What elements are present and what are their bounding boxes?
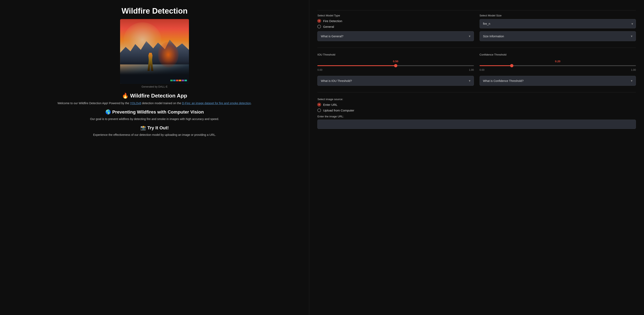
page-title: Wildfire Detection: [122, 7, 188, 16]
middle-divider: [317, 48, 636, 48]
chevron-down-icon-2: ▾: [631, 34, 632, 38]
left-panel: Wildfire Detection Generated by DALL-E 🔥…: [0, 0, 309, 315]
model-size-select[interactable]: fire_n fire_s fire_m fire_l fire_x: [480, 19, 636, 28]
iou-label: IOU Threshold: [317, 53, 474, 56]
what-is-general-dropdown[interactable]: What is General? ▾: [317, 31, 474, 41]
radio-upload-computer[interactable]: Upload from Computer: [317, 108, 636, 112]
app-description: Welcome to our Wildfire Detection App! P…: [58, 101, 252, 106]
radio-general-label: General: [323, 25, 334, 28]
model-row: Select Model Type Fire Detection General…: [317, 14, 636, 28]
what-is-confidence-dropdown[interactable]: What is Confidence Threshold? ▾: [480, 76, 636, 86]
color-bar: [170, 80, 187, 81]
what-is-iou-text: What is IOU Threshold?: [321, 79, 352, 83]
what-is-general-text: What is General?: [321, 35, 343, 38]
what-is-confidence-text: What is Confidence Threshold?: [483, 79, 524, 83]
iou-group: IOU Threshold 0.50 0.00 1.00: [317, 53, 474, 71]
iou-value: 0.50: [317, 60, 474, 63]
confidence-group: Confidence Threshold 0.20 0.00 1.00: [480, 53, 636, 71]
what-is-general-group: What is General? ▾: [317, 31, 474, 41]
model-size-group: Select Model Size fire_n fire_s fire_m f…: [480, 14, 636, 28]
radio-url-dot[interactable]: [317, 103, 321, 106]
url-input-section: Enter the image URL:: [317, 115, 636, 129]
size-info-group: Size Information ▾: [480, 31, 636, 41]
radio-fire-dot[interactable]: [317, 19, 321, 23]
confidence-max: 1.00: [631, 69, 636, 71]
threshold-row: IOU Threshold 0.50 0.00 1.00 Confidence …: [317, 52, 636, 73]
confidence-min: 0.00: [480, 69, 484, 71]
model-type-group: Select Model Type Fire Detection General: [317, 14, 474, 28]
image-source-label: Select image source:: [317, 98, 636, 101]
iou-slider[interactable]: [317, 65, 474, 66]
right-panel: Select Model Type Fire Detection General…: [309, 0, 644, 315]
what-is-iou-dropdown[interactable]: What is IOU Threshold? ▾: [317, 76, 474, 86]
image-source-section: Select image source: Enter URL Upload fr…: [317, 98, 636, 129]
confidence-label: Confidence Threshold: [480, 53, 636, 56]
model-size-select-wrapper: fire_n fire_s fire_m fire_l fire_x: [480, 19, 636, 28]
chevron-down-icon-3: ▾: [469, 79, 470, 83]
confidence-value: 0.20: [480, 60, 636, 63]
size-info-text: Size Information: [483, 35, 504, 38]
radio-enter-url[interactable]: Enter URL: [317, 103, 636, 106]
yolov8-link[interactable]: YOLOv8: [130, 102, 141, 105]
confidence-slider[interactable]: [480, 65, 636, 66]
model-type-label: Select Model Type: [317, 14, 474, 17]
radio-url-label: Enter URL: [323, 103, 338, 106]
what-is-confidence-group: What is Confidence Threshold? ▾: [480, 76, 636, 86]
threshold-info-row: What is IOU Threshold? ▾ What is Confide…: [317, 76, 636, 86]
iou-min: 0.00: [317, 69, 322, 71]
url-label: Enter the image URL:: [317, 115, 636, 118]
dfire-link[interactable]: D-Fire: an image dataset for fire and sm…: [182, 102, 251, 105]
app-title: 🔥 Wildfire Detection App: [122, 93, 187, 99]
radio-upload-dot[interactable]: [317, 108, 321, 112]
chevron-down-icon: ▾: [469, 34, 470, 38]
info-dropdowns-row: What is General? ▾ Size Information ▾: [317, 31, 636, 41]
preventing-title: 🌎 Preventing Wildfires with Computer Vis…: [105, 109, 204, 115]
try-title: 📸 Try It Out!: [140, 125, 169, 131]
model-size-label: Select Model Size: [480, 14, 636, 17]
chevron-down-icon-4: ▾: [631, 79, 632, 83]
hero-caption: Generated by DALL-E: [142, 85, 168, 88]
radio-fire-detection[interactable]: Fire Detection: [317, 19, 474, 23]
goal-text: Our goal is to prevent wildfires by dete…: [90, 117, 219, 121]
iou-max: 1.00: [469, 69, 474, 71]
size-info-dropdown[interactable]: Size Information ▾: [480, 31, 636, 41]
hero-image: [120, 19, 189, 84]
try-text: Experience the effectiveness of our dete…: [93, 133, 216, 137]
confidence-range-row: 0.00 1.00: [480, 69, 636, 71]
radio-general[interactable]: General: [317, 25, 474, 28]
what-is-iou-group: What is IOU Threshold? ▾: [317, 76, 474, 86]
url-input[interactable]: [317, 120, 636, 129]
iou-range-row: 0.00 1.00: [317, 69, 474, 71]
radio-fire-label: Fire Detection: [323, 19, 342, 23]
radio-upload-label: Upload from Computer: [323, 109, 354, 112]
radio-general-dot[interactable]: [317, 25, 321, 28]
